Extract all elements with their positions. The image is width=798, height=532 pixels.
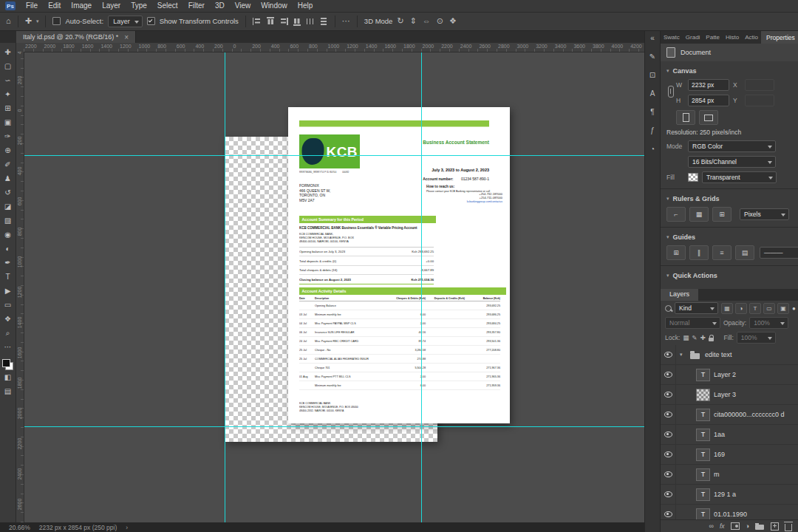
clear-guides-button[interactable]: ▤ [735, 245, 754, 260]
move-tool-preset-icon[interactable]: ✚ [25, 17, 32, 25]
orientation-portrait-button[interactable] [676, 110, 695, 125]
history-brush-tool-icon[interactable]: ↺ [1, 185, 16, 200]
link-dimensions-icon[interactable] [668, 86, 674, 98]
lock-position-icon[interactable]: ✚ [700, 334, 705, 341]
lasso-tool-icon[interactable]: ∽ [1, 73, 16, 87]
path-selection-tool-icon[interactable]: ▶ [1, 284, 16, 298]
blend-mode-dropdown[interactable]: Normal [665, 317, 720, 329]
zoom-tool-icon[interactable]: ⌕ [1, 326, 16, 340]
add-mask-icon[interactable] [731, 522, 740, 530]
hand-tool-icon[interactable]: ❖ [1, 312, 16, 326]
layer-row[interactable]: ▾ edite text [661, 345, 798, 365]
color-mode-dropdown[interactable]: RGB Color [688, 140, 776, 152]
panel-tab[interactable]: Patte [703, 31, 723, 44]
new-layer-icon[interactable] [771, 522, 779, 531]
3d-mode-icon[interactable]: ↻ [397, 17, 403, 25]
quick-mask-icon[interactable]: ◧ [1, 370, 16, 384]
3d-mode-icon[interactable]: ⊙ [437, 17, 443, 25]
dodge-tool-icon[interactable]: ◐ [1, 242, 16, 256]
document-tab[interactable]: Italy id.psd @ 20.7% (RGB/16) * × [16, 31, 136, 43]
layer-filter-dropdown[interactable]: Kind [675, 302, 718, 314]
fill-opacity-field[interactable]: 100% [737, 332, 776, 344]
horizontal-ruler[interactable]: 2200200018001600140012001000800600400200… [24, 43, 644, 52]
move-tool-icon[interactable]: ✚ [1, 45, 16, 59]
marquee-tool-icon[interactable]: ▢ [1, 59, 16, 73]
expand-arrow-icon[interactable]: ▾ [680, 352, 685, 358]
orientation-landscape-button[interactable] [699, 110, 718, 125]
panel-tab[interactable]: Gradi [683, 31, 703, 44]
layer-row[interactable]: T cita000000...ccccccc0 d [661, 405, 798, 425]
3d-mode-icon[interactable]: ⇕ [410, 17, 417, 25]
bit-depth-dropdown[interactable]: 16 Bits/Channel [688, 156, 776, 168]
layer-effects-icon[interactable]: fx [720, 522, 725, 530]
new-group-icon[interactable] [755, 522, 765, 530]
lock-pixels-icon[interactable]: ✎ [692, 334, 697, 341]
layer-filter-type-icon[interactable]: ▣ [777, 303, 789, 314]
chevron-down-icon[interactable]: ▾ [36, 18, 39, 24]
guide-layout-button[interactable]: ∥ [689, 245, 709, 260]
toggle-grid-button[interactable]: ▦ [689, 207, 709, 222]
blur-tool-icon[interactable]: ◉ [1, 228, 16, 242]
visibility-toggle[interactable] [661, 505, 676, 519]
color-swatches[interactable] [2, 359, 13, 370]
panel-tab[interactable]: Swatc [661, 31, 683, 44]
align-right-icon[interactable] [279, 18, 288, 25]
align-left-icon[interactable] [253, 18, 262, 25]
menu-item[interactable]: Edit [43, 0, 66, 12]
fill-dropdown[interactable]: Transparent [702, 171, 777, 183]
clone-source-panel-icon[interactable]: ⊡ [649, 71, 655, 79]
healing-brush-tool-icon[interactable]: ⊕ [1, 143, 16, 157]
link-layers-icon[interactable]: ∞ [709, 522, 714, 530]
character-panel-icon[interactable]: A [650, 89, 655, 98]
layer-row[interactable]: T Layer 2 [661, 365, 798, 385]
quick-selection-tool-icon[interactable]: ✦ [1, 87, 16, 101]
eyedropper-tool-icon[interactable]: ✑ [1, 129, 16, 143]
adjustments-panel-icon[interactable]: ◔ [650, 145, 655, 153]
visibility-toggle[interactable] [661, 405, 676, 424]
menu-item[interactable]: Window [256, 0, 293, 12]
auto-select-checkbox[interactable] [52, 17, 61, 25]
clone-stamp-tool-icon[interactable]: ♟ [1, 171, 16, 185]
layer-row[interactable]: T 129 1 a [661, 485, 798, 505]
glyphs-panel-icon[interactable]: ƒ [650, 126, 655, 134]
align-bottom-icon[interactable] [293, 17, 301, 26]
layer-filter-type-icon[interactable]: ◑ [735, 303, 747, 314]
toggle-rulers-button[interactable]: ⌐ [666, 207, 686, 222]
distribute-horizontal-icon[interactable] [306, 18, 315, 25]
lock-all-icon[interactable] [709, 338, 714, 341]
menu-item[interactable]: Help [293, 0, 318, 12]
layer-row[interactable]: Layer 3 [661, 385, 798, 405]
shape-tool-icon[interactable]: ▭ [1, 298, 16, 312]
collapse-panels-icon[interactable]: « [650, 34, 655, 42]
toggle-snap-button[interactable]: ⊞ [712, 207, 732, 222]
auto-select-target-dropdown[interactable]: Layer [108, 16, 143, 27]
vertical-ruler[interactable]: 4002000200400600800100012001400160018002… [16, 52, 24, 522]
height-field[interactable]: 2854 px [688, 95, 729, 106]
layer-row[interactable]: T 169 [661, 445, 798, 465]
visibility-toggle[interactable] [661, 425, 676, 444]
opacity-field[interactable]: 100% [749, 317, 788, 329]
menu-item[interactable]: Type [126, 0, 152, 12]
visibility-toggle[interactable] [661, 465, 676, 484]
visibility-toggle[interactable] [661, 365, 676, 384]
guide-horizontal[interactable] [24, 426, 644, 427]
visibility-toggle[interactable] [661, 485, 676, 504]
canvas-section-header[interactable]: ▾ Canvas [666, 67, 792, 75]
eraser-tool-icon[interactable]: ◪ [1, 200, 16, 214]
status-arrow-icon[interactable]: › [126, 524, 128, 531]
guides-section-header[interactable]: ▾ Guides [666, 233, 792, 241]
lock-guides-button[interactable]: ≡ [712, 245, 732, 260]
frame-tool-icon[interactable]: ▣ [1, 115, 16, 129]
tab-properties[interactable]: Properties [761, 31, 798, 44]
menu-item[interactable]: Layer [97, 0, 126, 12]
guide-vertical[interactable] [225, 52, 225, 522]
visibility-toggle[interactable] [661, 345, 676, 364]
adjustment-layer-icon[interactable]: ◑ [746, 522, 749, 530]
menu-item[interactable]: File [21, 0, 43, 12]
width-field[interactable]: 2232 px [688, 79, 729, 91]
guide-vertical[interactable] [421, 52, 422, 522]
menu-item[interactable]: Image [66, 0, 97, 12]
menu-item[interactable]: View [230, 0, 256, 12]
crop-tool-icon[interactable]: ⊞ [1, 101, 16, 115]
rulers-grids-section-header[interactable]: ▾ Rulers & Grids [666, 195, 792, 202]
